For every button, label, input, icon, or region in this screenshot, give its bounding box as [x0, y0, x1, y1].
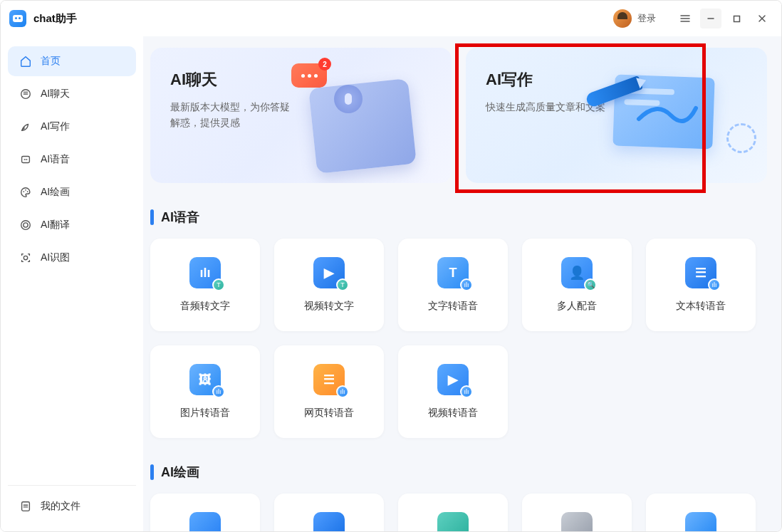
svg-point-6 [21, 221, 31, 230]
painting-tool-icon [561, 512, 593, 531]
sidebar: 首页 AI聊天 AI写作 AI语音 AI绘画 [1, 36, 143, 531]
svg-point-4 [25, 189, 26, 191]
avatar-icon [613, 9, 632, 28]
app-title: chat助手 [33, 12, 77, 26]
tool-card-partial[interactable] [150, 494, 260, 531]
audio-to-text-icon: ılı T [189, 257, 221, 288]
tool-text-to-speech[interactable]: T ılı 文字转语音 [398, 239, 508, 331]
webpage-to-speech-icon: ☰ ılı [313, 364, 345, 395]
tool-card-partial[interactable] [274, 494, 384, 531]
sidebar-item-label: AI绘画 [41, 186, 70, 199]
window-minimize-button[interactable] [700, 9, 721, 28]
sidebar-item-ai-image-recognition[interactable]: AI识图 [8, 243, 136, 273]
painting-tool-icon [685, 512, 716, 531]
section-header-painting: AI绘画 [150, 464, 767, 481]
hero-title: AI聊天 [170, 69, 432, 90]
svg-point-3 [23, 191, 24, 192]
section-title: AI语音 [161, 209, 199, 226]
sidebar-item-label: AI识图 [41, 251, 70, 264]
sidebar-item-ai-painting[interactable]: AI绘画 [8, 177, 136, 207]
tool-video-to-speech[interactable]: ▶ ılı 视频转语音 [398, 345, 508, 438]
painting-tool-icon [437, 512, 469, 531]
tool-multi-voice-dubbing[interactable]: 👤 🔍 多人配音 [522, 239, 632, 331]
painting-tool-icon [189, 512, 221, 531]
sidebar-item-label: AI翻译 [41, 219, 70, 231]
hero-card-ai-writing[interactable]: AI写作 快速生成高质量文章和文案 [466, 48, 767, 183]
tool-label: 文本转语音 [676, 300, 726, 313]
tool-image-to-speech[interactable]: 🖼 ılı 图片转语音 [150, 345, 260, 438]
sidebar-item-my-files[interactable]: 我的文件 [8, 491, 136, 521]
sidebar-item-ai-voice[interactable]: AI语音 [8, 145, 136, 174]
tool-label: 视频转文字 [304, 300, 354, 313]
multi-voice-icon: 👤 🔍 [561, 257, 593, 288]
section-header-voice: AI语音 [150, 209, 767, 226]
document-to-speech-icon: ☰ ılı [685, 257, 716, 288]
home-icon [19, 55, 32, 68]
section-bar-icon [150, 464, 154, 480]
tool-label: 文字转语音 [428, 300, 478, 313]
video-to-speech-icon: ▶ ılı [437, 364, 469, 395]
titlebar: chat助手 登录 [1, 1, 781, 36]
svg-point-8 [24, 256, 27, 259]
sidebar-item-label: AI聊天 [41, 88, 70, 100]
sidebar-item-label: 首页 [41, 55, 61, 68]
sidebar-item-home[interactable]: 首页 [8, 46, 136, 76]
hamburger-icon [680, 14, 690, 24]
tool-label: 图片转语音 [180, 407, 230, 419]
login-button[interactable]: 登录 [613, 9, 656, 28]
tool-label: 多人配音 [557, 300, 597, 313]
main-content: AI聊天 最新版本大模型，为你答疑解惑，提供灵感 2 AI写作 快速生成高质量文… [143, 36, 781, 531]
tool-label: 视频转语音 [428, 407, 478, 419]
svg-rect-9 [22, 502, 30, 511]
sidebar-item-ai-chat[interactable]: AI聊天 [8, 79, 136, 109]
tool-label: 音频转文字 [180, 300, 230, 313]
painting-tool-icon [313, 512, 345, 531]
scan-icon [19, 251, 32, 264]
palette-icon [19, 186, 32, 199]
video-to-text-icon: ▶ T [313, 257, 345, 288]
tool-audio-to-text[interactable]: ılı T 音频转文字 [150, 239, 260, 331]
hero-card-ai-chat[interactable]: AI聊天 最新版本大模型，为你答疑解惑，提供灵感 2 [150, 48, 452, 183]
hamburger-menu-button[interactable] [674, 9, 696, 28]
section-title: AI绘画 [161, 464, 199, 481]
tool-video-to-text[interactable]: ▶ T 视频转文字 [274, 239, 384, 331]
tool-card-partial[interactable] [646, 494, 756, 531]
painting-tools-grid [150, 494, 767, 531]
voice-icon [19, 153, 32, 166]
hero-description: 最新版本大模型，为你答疑解惑，提供灵感 [170, 99, 298, 131]
maximize-icon [733, 15, 741, 23]
sidebar-item-label: AI写作 [41, 120, 70, 133]
feather-icon [19, 120, 32, 133]
hero-description: 快速生成高质量文章和文案 [486, 99, 614, 115]
voice-tools-grid: ılı T 音频转文字 ▶ T 视频转文字 T ılı [150, 239, 767, 438]
file-icon [19, 500, 32, 513]
svg-rect-0 [734, 16, 739, 21]
tool-card-partial[interactable] [522, 494, 632, 531]
section-bar-icon [150, 209, 154, 225]
app-logo-icon [9, 10, 26, 27]
translate-icon [19, 219, 32, 231]
close-icon [758, 14, 766, 23]
sidebar-item-label: AI语音 [41, 153, 70, 166]
tool-webpage-to-speech[interactable]: ☰ ılı 网页转语音 [274, 345, 384, 438]
tool-document-to-speech[interactable]: ☰ ılı 文本转语音 [646, 239, 756, 331]
window-maximize-button[interactable] [726, 9, 747, 28]
window-close-button[interactable] [751, 9, 773, 28]
hero-title: AI写作 [486, 69, 747, 90]
tool-card-partial[interactable] [398, 494, 508, 531]
tool-label: 网页转语音 [304, 407, 354, 419]
sidebar-item-ai-writing[interactable]: AI写作 [8, 112, 136, 142]
svg-rect-2 [22, 157, 30, 163]
chat-icon [19, 88, 32, 100]
image-to-speech-icon: 🖼 ılı [189, 364, 221, 395]
login-label: 登录 [637, 12, 656, 25]
svg-point-5 [27, 191, 28, 192]
text-to-speech-icon: T ılı [437, 257, 469, 288]
sidebar-item-ai-translate[interactable]: AI翻译 [8, 210, 136, 240]
svg-point-7 [24, 223, 28, 227]
sidebar-item-label: 我的文件 [41, 500, 80, 513]
minimize-icon [707, 14, 715, 23]
